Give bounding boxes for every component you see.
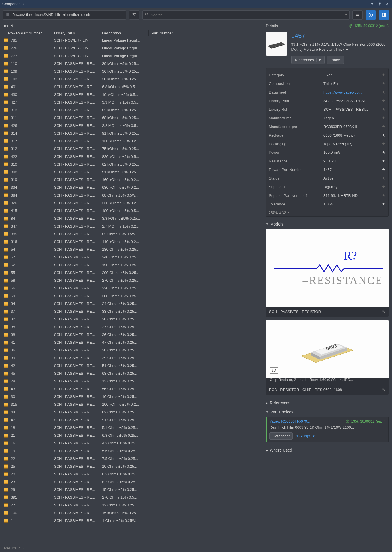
star-icon[interactable]: ★: [382, 159, 385, 163]
table-row[interactable]: 55SCH - PASSIVES - RE...200 Ohms ±5% 0.2…: [0, 269, 262, 277]
table-row[interactable]: 29SCH - PASSIVES - RE...15 Ohms ±5% 0.25…: [0, 486, 262, 493]
table-row[interactable]: 18SCH - PASSIVES - RE...5.1 Ohms ±5% 0.2…: [0, 424, 262, 432]
star-icon[interactable]: ★: [382, 133, 385, 137]
star-icon[interactable]: ★: [382, 176, 385, 180]
table-row[interactable]: 19SCH - PASSIVES - RE...5.6 Ohms ±5% 0.2…: [0, 447, 262, 455]
star-icon[interactable]: ★: [382, 124, 385, 129]
table-row[interactable]: 58SCH - PASSIVES - RE...270 Ohms ±5% 0.2…: [0, 277, 262, 284]
table-row[interactable]: 30SCH - PASSIVES - RE...16 Ohms ±5% 0.25…: [0, 393, 262, 401]
schematic-model-card[interactable]: R? =RESISTANCE SCH - PASSIVES - RESISTOR…: [266, 229, 389, 317]
dropdown-arrow-icon[interactable]: ▼: [370, 1, 375, 7]
table-row[interactable]: 57SCH - PASSIVES - RE...240 Ohms ±5% 0.2…: [0, 253, 262, 261]
star-icon[interactable]: ★: [382, 202, 385, 206]
table-row[interactable]: 427SCH - PASSIVES - RE...3.3 MOhms ±5% 0…: [0, 98, 262, 106]
table-row[interactable]: 347SCH - PASSIVES - RE...2.7 MOhms ±5% 0…: [0, 222, 262, 230]
pencil-icon[interactable]: ✎: [382, 310, 385, 314]
table-row[interactable]: 35SCH - PASSIVES - RE...27 Ohms ±5% 0.25…: [0, 323, 262, 331]
chevron-down-icon[interactable]: ▾: [316, 58, 321, 62]
table-row[interactable]: 20SCH - PASSIVES - RE...6.2 Ohms ±5% 0.2…: [0, 470, 262, 478]
star-icon[interactable]: ★: [382, 98, 385, 103]
models-header[interactable]: Models: [262, 219, 392, 229]
col-description[interactable]: Description: [99, 30, 149, 36]
table-row[interactable]: 310SCH - PASSIVES - RE...62 kOhms ±5% 0.…: [0, 160, 262, 168]
star-icon[interactable]: ★: [382, 81, 385, 86]
table-row[interactable]: 42SCH - PASSIVES - RE...51 Ohms ±5% 0.25…: [0, 362, 262, 370]
table-row[interactable]: 39SCH - PASSIVES - RE...39 Ohms ±5% 0.25…: [0, 354, 262, 362]
table-row[interactable]: 43SCH - PASSIVES - RE...56 Ohms ±5% 0.25…: [0, 385, 262, 393]
filter-chip[interactable]: res ✕: [3, 23, 15, 28]
table-row[interactable]: 385SCH - PASSIVES - RE...82 Ohms ±5% 0.5…: [0, 230, 262, 238]
col-part-number-2[interactable]: Part Number: [149, 30, 262, 36]
table-row[interactable]: 312SCH - PASSIVES - RE...75 kOhms ±5% 0.…: [0, 145, 262, 153]
spn-link[interactable]: 1 SPN(s) ▾: [296, 434, 314, 438]
table-row[interactable]: 59SCH - PASSIVES - RE...300 Ohms ±5% 0.2…: [0, 292, 262, 300]
table-row[interactable]: 426SCH - PASSIVES - RE...2.2 MOhms ±5% 0…: [0, 122, 262, 129]
star-icon[interactable]: ★: [382, 141, 385, 146]
table-row[interactable]: 391SCH - PASSIVES - RE...270 Ohms ±5% 0.…: [0, 493, 262, 501]
table-row[interactable]: 384SCH - PASSIVES - RE...68 Ohms ±5% 0.5…: [0, 191, 262, 199]
table-row[interactable]: 36SCH - PASSIVES - RE...30 Ohms ±5% 0.25…: [0, 346, 262, 354]
table-row[interactable]: 317SCH - PASSIVES - RE...130 kOhms ±5% 0…: [0, 137, 262, 145]
table-row[interactable]: 1SCH - PASSIVES - RE...1 Ohms ±5% 0.25W,…: [0, 517, 262, 524]
info-button[interactable]: i: [366, 10, 376, 20]
chip-close-icon[interactable]: ✕: [10, 24, 13, 28]
table-row[interactable]: 334SCH - PASSIVES - RE...680 kOhms ±5% 0…: [0, 184, 262, 191]
table-row[interactable]: 785SCH - POWER - LIN...Linear Voltage Re…: [0, 36, 262, 44]
table-row[interactable]: 41SCH - PASSIVES - RE...47 Ohms ±5% 0.25…: [0, 339, 262, 346]
datasheet-button[interactable]: Datasheet: [269, 432, 293, 440]
view-split-button[interactable]: [379, 10, 389, 20]
references-button[interactable]: References▾: [291, 56, 325, 64]
table-row[interactable]: 326SCH - PASSIVES - RE...330 kOhms ±5% 0…: [0, 199, 262, 207]
table-row[interactable]: 45SCH - PASSIVES - RE...68 Ohms ±5% 0.25…: [0, 370, 262, 377]
chevron-down-icon[interactable]: ▾: [345, 13, 347, 17]
star-icon[interactable]: ★: [382, 73, 385, 77]
table-row[interactable]: 32SCH - PASSIVES - RE...20 Ohms ±5% 0.25…: [0, 315, 262, 323]
pin-icon[interactable]: [377, 1, 382, 7]
table-row[interactable]: 776SCH - POWER - LIN...Linear Voltage Re…: [0, 44, 262, 52]
library-selector[interactable]: RowanAltiumLibrary.SVNDbLib - altiumdb.a…: [3, 10, 126, 20]
table-row[interactable]: 23SCH - PASSIVES - RE...8.2 Ohms ±5% 0.2…: [0, 478, 262, 486]
pcb-model-card[interactable]: 0603 2D Chip Resistor, 2-Leads, Body 1.6…: [266, 320, 389, 395]
table-row[interactable]: 415SCH - PASSIVES - RE...180 kOhms ±5% 0…: [0, 207, 262, 215]
table-row[interactable]: 16SCH - PASSIVES - RE...4.3 Ohms ±5% 0.2…: [0, 439, 262, 447]
table-row[interactable]: 37SCH - PASSIVES - RE...33 Ohms ±5% 0.25…: [0, 308, 262, 315]
table-row[interactable]: 34SCH - PASSIVES - RE...24 Ohms ±5% 0.25…: [0, 300, 262, 308]
search-field[interactable]: [151, 13, 344, 17]
pencil-icon[interactable]: ✎: [382, 388, 385, 392]
show-less-link[interactable]: Show Less ▲: [269, 210, 290, 214]
table-row[interactable]: 110SCH - PASSIVES - RE...39 kOhms ±5% 0.…: [0, 60, 262, 67]
table-row[interactable]: 109SCH - PASSIVES - RE...36 kOhms ±5% 0.…: [0, 67, 262, 75]
col-part-number[interactable]: Rowan Part Number: [0, 30, 51, 36]
filter-button[interactable]: [129, 10, 139, 20]
star-icon[interactable]: ★: [382, 90, 385, 94]
table-row[interactable]: 315SCH - PASSIVES - RE...100 kOhms ±5% 0…: [0, 401, 262, 408]
table-row[interactable]: 100SCH - PASSIVES - RE...15 kOhms ±5% 0.…: [0, 509, 262, 517]
view-list-button[interactable]: [352, 10, 363, 20]
table-row[interactable]: 54SCH - PASSIVES - RE...180 Ohms ±5% 0.2…: [0, 246, 262, 253]
close-icon[interactable]: ✕: [385, 1, 390, 7]
table-row[interactable]: 777SCH - POWER - LIN...Linear Voltage Re…: [0, 52, 262, 60]
part-choice-card[interactable]: Yageo RC0603FR-079... 135k $0.00312 (eac…: [266, 417, 389, 442]
table-row[interactable]: 308SCH - PASSIVES - RE...51 kOhms ±5% 0.…: [0, 168, 262, 176]
place-button[interactable]: Place: [327, 56, 344, 64]
table-row[interactable]: 313SCH - PASSIVES - RE...82 kOhms ±5% 0.…: [0, 106, 262, 114]
table-row[interactable]: 47SCH - PASSIVES - RE...91 Ohms ±5% 0.25…: [0, 416, 262, 424]
table-row[interactable]: 316SCH - PASSIVES - RE...110 kOhms ±5% 0…: [0, 238, 262, 246]
table-row[interactable]: 103SCH - PASSIVES - RE...20 kOhms ±5% 0.…: [0, 75, 262, 83]
part-choices-header[interactable]: Part Choices: [262, 407, 392, 417]
table-row[interactable]: 21SCH - PASSIVES - RE...6.8 Ohms ±5% 0.2…: [0, 432, 262, 439]
table-row[interactable]: 319SCH - PASSIVES - RE...160 kOhms ±5% 0…: [0, 176, 262, 184]
table-row[interactable]: 401SCH - PASSIVES - RE...6.8 kOhms ±5% 0…: [0, 83, 262, 91]
table-row[interactable]: 27SCH - PASSIVES - RE...12 Ohms ±5% 0.25…: [0, 501, 262, 509]
table-row[interactable]: 25SCH - PASSIVES - RE...10 Ohms ±5% 0.25…: [0, 462, 262, 470]
table-row[interactable]: 430SCH - PASSIVES - RE...10 MOhms ±5% 0.…: [0, 91, 262, 98]
table-row[interactable]: 56SCH - PASSIVES - RE...220 Ohms ±5% 0.2…: [0, 284, 262, 292]
star-icon[interactable]: ★: [382, 167, 385, 172]
star-icon[interactable]: ★: [382, 193, 385, 198]
table-row[interactable]: 22SCH - PASSIVES - RE...7.5 Ohms ±5% 0.2…: [0, 455, 262, 462]
table-row[interactable]: 422SCH - PASSIVES - RE...820 kOhms ±5% 0…: [0, 153, 262, 160]
star-icon[interactable]: ★: [382, 184, 385, 189]
star-icon[interactable]: ★: [382, 107, 385, 112]
search-input[interactable]: ▾: [142, 10, 350, 20]
references-header[interactable]: References: [262, 398, 392, 407]
